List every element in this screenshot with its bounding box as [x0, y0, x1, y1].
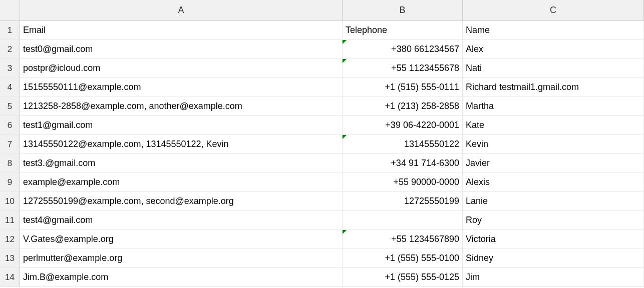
- cell-C8[interactable]: Javier: [463, 154, 644, 173]
- cell-B2[interactable]: +380 661234567: [343, 40, 463, 59]
- cell-A6[interactable]: test1@gmail.com: [20, 116, 343, 135]
- cell-C12[interactable]: Victoria: [463, 230, 644, 249]
- select-all-corner[interactable]: [0, 0, 20, 21]
- cell-A14[interactable]: Jim.B@example.com: [20, 268, 343, 287]
- col-header-B[interactable]: B: [343, 0, 463, 21]
- cell-C5[interactable]: Martha: [463, 97, 644, 116]
- row-header[interactable]: 3: [0, 59, 20, 78]
- row-header[interactable]: 11: [0, 211, 20, 230]
- cell-C9[interactable]: Alexis: [463, 173, 644, 192]
- cell-C7[interactable]: Kevin: [463, 135, 644, 154]
- cell-C13[interactable]: Sidney: [463, 249, 644, 268]
- cell-C10[interactable]: Lanie: [463, 192, 644, 211]
- cell-C3[interactable]: Nati: [463, 59, 644, 78]
- cell-B7[interactable]: 13145550122: [343, 135, 463, 154]
- row-header[interactable]: 14: [0, 268, 20, 287]
- cell-A2[interactable]: test0@gmail.com: [20, 40, 343, 59]
- cell-C1[interactable]: Name: [463, 21, 644, 40]
- row-header[interactable]: 2: [0, 40, 20, 59]
- cell-A3[interactable]: postpr@icloud.com: [20, 59, 343, 78]
- cell-A9[interactable]: example@example.com: [20, 173, 343, 192]
- cell-B1[interactable]: Telephone: [343, 21, 463, 40]
- cell-A4[interactable]: 15155550111@example.com: [20, 78, 343, 97]
- cell-B5[interactable]: +1 (213) 258-2858: [343, 97, 463, 116]
- row-header[interactable]: 4: [0, 78, 20, 97]
- cell-B3[interactable]: +55 1123455678: [343, 59, 463, 78]
- row-header[interactable]: 13: [0, 249, 20, 268]
- cell-B11[interactable]: [343, 211, 463, 230]
- row-header[interactable]: 12: [0, 230, 20, 249]
- cell-A12[interactable]: V.Gates@example.org: [20, 230, 343, 249]
- row-header[interactable]: 8: [0, 154, 20, 173]
- cell-B10[interactable]: 12725550199: [343, 192, 463, 211]
- cell-C14[interactable]: Jim: [463, 268, 644, 287]
- cell-A8[interactable]: test3.@gmail.com: [20, 154, 343, 173]
- cell-A13[interactable]: perlmutter@example.org: [20, 249, 343, 268]
- cell-B4[interactable]: +1 (515) 555-0111: [343, 78, 463, 97]
- cell-B8[interactable]: +34 91 714-6300: [343, 154, 463, 173]
- spreadsheet-grid[interactable]: A B C 1 Email Telephone Name 2 test0@gma…: [0, 0, 644, 287]
- cell-A5[interactable]: 1213258-2858@example.com, another@exampl…: [20, 97, 343, 116]
- cell-B12[interactable]: +55 1234567890: [343, 230, 463, 249]
- cell-C2[interactable]: Alex: [463, 40, 644, 59]
- row-header[interactable]: 10: [0, 192, 20, 211]
- col-header-A[interactable]: A: [20, 0, 343, 21]
- cell-A10[interactable]: 12725550199@example.com, second@example.…: [20, 192, 343, 211]
- cell-C11[interactable]: Roy: [463, 211, 644, 230]
- cell-B13[interactable]: +1 (555) 555-0100: [343, 249, 463, 268]
- cell-C4[interactable]: Richard testmail1.gmail.com: [463, 78, 644, 97]
- row-header[interactable]: 7: [0, 135, 20, 154]
- cell-B6[interactable]: +39 06-4220-0001: [343, 116, 463, 135]
- row-header[interactable]: 1: [0, 21, 20, 40]
- cell-B9[interactable]: +55 90000-0000: [343, 173, 463, 192]
- row-header[interactable]: 5: [0, 97, 20, 116]
- row-header[interactable]: 6: [0, 116, 20, 135]
- cell-A1[interactable]: Email: [20, 21, 343, 40]
- cell-B14[interactable]: +1 (555) 555-0125: [343, 268, 463, 287]
- row-header[interactable]: 9: [0, 173, 20, 192]
- cell-A11[interactable]: test4@gmail.com: [20, 211, 343, 230]
- cell-A7[interactable]: 13145550122@example.com, 13145550122, Ke…: [20, 135, 343, 154]
- col-header-C[interactable]: C: [463, 0, 644, 21]
- cell-C6[interactable]: Kate: [463, 116, 644, 135]
